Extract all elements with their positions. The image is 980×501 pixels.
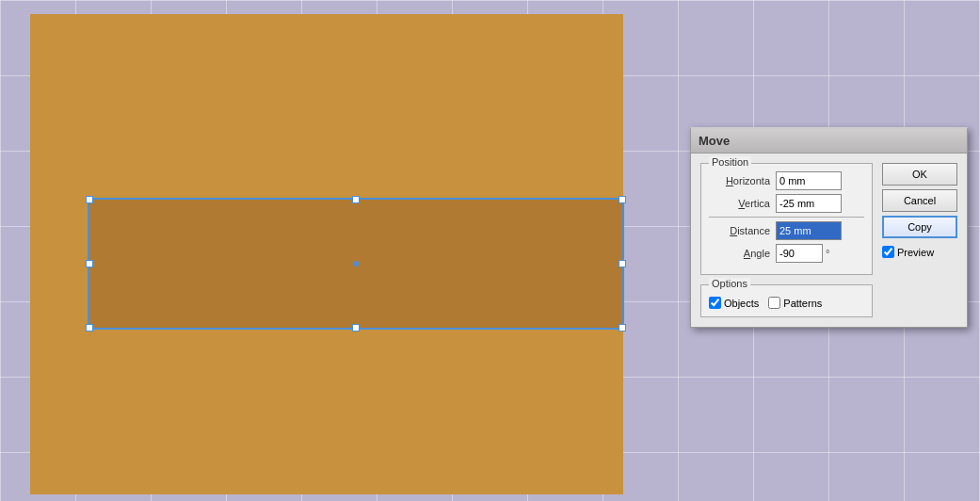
dialog-titlebar[interactable]: Move — [691, 129, 967, 154]
handle-middle-left[interactable] — [86, 260, 93, 267]
dialog-title: Move — [699, 134, 730, 148]
objects-option[interactable]: Objects — [709, 297, 759, 309]
patterns-label: Patterns — [783, 298, 822, 309]
patterns-checkbox[interactable] — [768, 297, 780, 309]
preview-row: Preview — [882, 246, 957, 258]
handle-top-left[interactable] — [86, 196, 93, 203]
angle-unit: ° — [826, 248, 829, 259]
objects-checkbox[interactable] — [709, 297, 721, 309]
objects-label: Objects — [724, 298, 759, 309]
preview-checkbox[interactable] — [882, 246, 894, 258]
dialog-body: Position Horizonta Vertica Distan — [691, 154, 967, 327]
position-group: Position Horizonta Vertica Distan — [700, 163, 873, 275]
handle-bottom-left[interactable] — [86, 324, 93, 331]
divider — [709, 217, 864, 218]
vertical-row: Vertica — [709, 194, 864, 213]
distance-input[interactable] — [776, 221, 842, 240]
horizontal-row: Horizonta — [709, 171, 864, 190]
angle-row: Angle ° — [709, 244, 864, 263]
patterns-option[interactable]: Patterns — [768, 297, 822, 309]
options-group: Options Objects Patterns — [700, 284, 873, 317]
cancel-button[interactable]: Cancel — [882, 189, 957, 212]
selected-rectangle — [88, 199, 623, 329]
copy-button[interactable]: Copy — [882, 216, 957, 238]
distance-label: Distance — [709, 225, 770, 236]
angle-label: Angle — [709, 248, 770, 259]
handle-top-right[interactable] — [619, 196, 626, 203]
position-group-label: Position — [709, 156, 751, 168]
horizontal-input[interactable] — [776, 171, 842, 190]
move-dialog: Move Position Horizonta Vertica — [690, 127, 968, 328]
handle-bottom-middle[interactable] — [352, 324, 360, 331]
dialog-right-panel: OK Cancel Copy Preview — [882, 163, 957, 317]
handle-bottom-right[interactable] — [619, 324, 626, 331]
distance-row: Distance — [709, 221, 864, 240]
dialog-left-panel: Position Horizonta Vertica Distan — [700, 163, 873, 317]
preview-label: Preview — [897, 247, 934, 258]
horizontal-label: Horizonta — [709, 175, 770, 186]
ok-button[interactable]: OK — [882, 163, 957, 186]
vertical-input[interactable] — [776, 194, 842, 213]
handle-top-middle[interactable] — [352, 196, 360, 203]
angle-input[interactable] — [776, 244, 823, 263]
vertical-label: Vertica — [709, 198, 770, 209]
center-dot — [353, 261, 359, 267]
paper — [30, 14, 623, 494]
options-row: Objects Patterns — [709, 293, 864, 309]
options-group-label: Options — [709, 278, 750, 289]
handle-middle-right[interactable] — [619, 260, 626, 267]
